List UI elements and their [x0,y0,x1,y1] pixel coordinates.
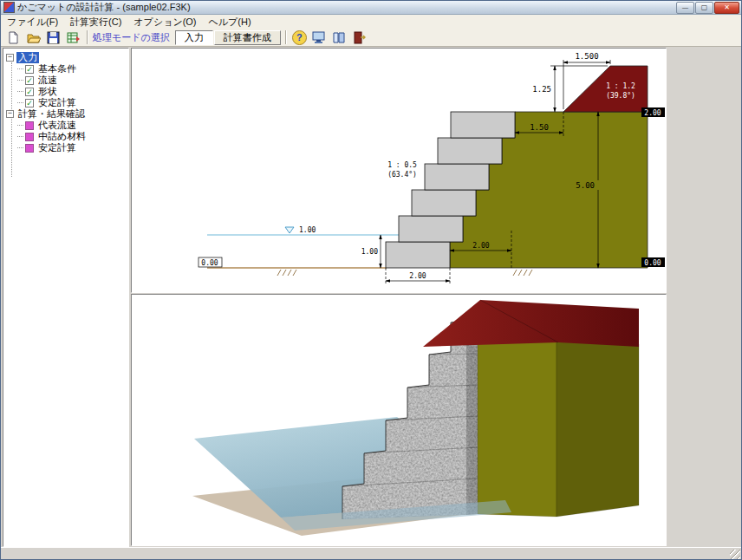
dim-slope-width-label: 1.500 [575,52,598,61]
tree-row: 安定計算 [3,97,128,108]
tree-node-rep-velocity[interactable]: 代表流速 [36,120,78,131]
elev-right-label: 0.00 [644,259,661,267]
monitor-icon[interactable] [309,29,329,47]
soil-front-3d [478,324,556,517]
report-mode-button[interactable]: 計算書作成 [214,30,281,45]
tree-row: 入力 [3,52,128,63]
save-file-icon[interactable] [43,29,63,47]
dim-slope-height-label: 1.25 [532,85,551,94]
checked-icon [25,65,34,74]
app-window: かごマットの設計計算 - (sample02.F3K) ファイル(F) 計算実行… [0,0,742,560]
tree-node-input[interactable]: 入力 [16,52,39,63]
water-level-icon [285,227,294,233]
data-check-icon[interactable] [63,29,83,47]
new-file-icon[interactable] [3,29,23,47]
pending-icon [25,133,34,141]
navigation-tree: 入力 基本条件 流速 形状 安定計算 計算・結果確認 代表流速 中詰め材料 [3,48,129,547]
tree-row: 代表流速 [3,120,128,131]
maximize-icon[interactable] [695,2,713,14]
window-title: かごマットの設計計算 - (sample02.F3K) [17,1,676,14]
toolbar: 処理モードの選択 入力 計算書作成 [1,29,741,47]
dim-berm-label: 1.50 [530,123,549,132]
exit-icon[interactable] [349,29,369,47]
tree-row: 中詰め材料 [3,131,128,142]
tree-row: 形状 [3,86,128,97]
menu-help[interactable]: ヘルプ(H) [203,15,257,29]
minimize-icon[interactable] [676,2,694,14]
elev-crest-label: 2.00 [644,109,661,117]
toolbar-separator [87,30,88,44]
gabion-wall-3d [342,320,478,519]
title-bar[interactable]: かごマットの設計計算 - (sample02.F3K) [1,1,741,15]
menu-file[interactable]: ファイル(F) [1,15,64,29]
slope-ratio-right-label: 1 : 1.2 [606,82,635,90]
slope-ratio-left-label: 1 : 0.5 [387,161,417,169]
mode-select-label: 処理モードの選択 [93,31,170,44]
tree-node-shape[interactable]: 形状 [36,86,59,97]
cross-section-drawing: 1.500 1.25 1 : 1.2 (39.8°) 2.00 1.50 5.0… [132,49,666,292]
app-icon [3,2,15,13]
close-icon[interactable] [714,2,739,14]
tree-node-results[interactable]: 計算・結果確認 [16,108,87,120]
pending-icon [25,144,34,153]
wall-side-shade [466,321,478,515]
ground-hatch [277,270,532,276]
water-level-label: 1.00 [299,226,316,234]
manual-icon[interactable] [329,29,349,47]
collapse-icon[interactable] [6,110,14,118]
pending-icon [25,121,34,130]
checked-icon [25,88,34,96]
dim-water-depth-label: 1.00 [361,248,378,256]
help-icon[interactable] [290,29,309,47]
tree-node-basic-conditions[interactable]: 基本条件 [36,63,78,75]
dim-wall-height-label: 5.00 [576,181,595,190]
perspective-drawing [132,295,666,545]
dim-base-depth-label: 2.00 [472,242,489,250]
tree-row: 基本条件 [3,63,128,75]
status-bar [1,547,741,560]
checked-icon [25,99,34,107]
menu-calc[interactable]: 計算実行(C) [64,15,127,29]
tree-row: 流速 [3,75,128,86]
tree-node-fill-material[interactable]: 中詰め材料 [36,131,88,142]
collapse-icon[interactable] [6,54,14,62]
tree-row: 計算・結果確認 [3,108,128,120]
slope-angle-left-label: (63.4°) [387,171,417,179]
toolbar-separator [285,30,286,44]
tree-row: 安定計算 [3,142,128,153]
input-mode-button[interactable]: 入力 [175,30,213,45]
elev-left-label: 0.00 [201,259,218,267]
checked-icon [25,76,34,85]
menu-options[interactable]: オプション(O) [127,15,202,29]
tree-node-velocity[interactable]: 流速 [36,75,59,86]
soil-side-3d [556,340,639,517]
dim-base-width-label: 2.00 [409,272,426,280]
slope-3d [423,300,639,347]
tree-node-stability[interactable]: 安定計算 [36,97,78,108]
tree-node-stability-result[interactable]: 安定計算 [36,142,78,153]
cross-section-view: 1.500 1.25 1 : 1.2 (39.8°) 2.00 1.50 5.0… [131,48,667,293]
resize-grip[interactable] [730,550,740,560]
menu-bar: ファイル(F) 計算実行(C) オプション(O) ヘルプ(H) [1,15,741,29]
perspective-view [131,294,667,546]
open-file-icon[interactable] [23,29,43,47]
slope-angle-right-label: (39.8°) [606,92,635,100]
